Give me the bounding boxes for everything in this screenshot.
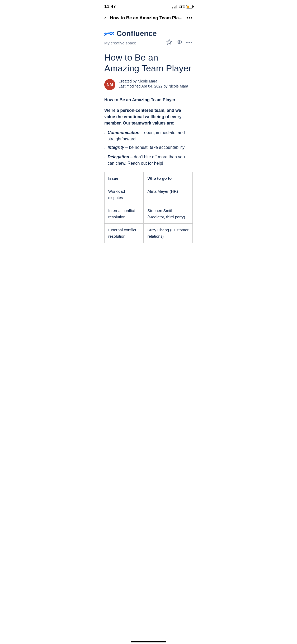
author-info: Created by Nicole Mara Last modified Apr… bbox=[119, 79, 188, 88]
more-options-icon[interactable]: ••• bbox=[186, 40, 193, 46]
space-row: My creative space ••• bbox=[104, 39, 193, 47]
issues-table: Issue Who to go to Workload disputes Alm… bbox=[104, 172, 193, 243]
table-header: Issue Who to go to bbox=[105, 172, 193, 185]
table-header-row: Issue Who to go to bbox=[105, 172, 193, 185]
list-item: · Delegation – don't bite off more than … bbox=[104, 154, 193, 167]
table-row: Workload disputes Alma Meyer (HR) bbox=[105, 185, 193, 204]
star-icon[interactable] bbox=[166, 39, 172, 47]
signal-icon bbox=[172, 5, 177, 8]
bullet-term: Communication bbox=[107, 130, 139, 135]
page-content: Confluence My creative space ••• bbox=[99, 25, 198, 254]
doc-intro: We're a person-centered team, and we val… bbox=[104, 107, 193, 126]
bullet-text: Integrity – be honest, take accountabili… bbox=[107, 144, 185, 151]
status-icons: LTE bbox=[172, 5, 193, 9]
bullet-dot: · bbox=[104, 130, 105, 137]
author-created: Created by Nicole Mara bbox=[119, 79, 188, 83]
who-cell: Stephen Smith (Mediator, third party) bbox=[144, 204, 193, 223]
battery-icon bbox=[186, 5, 193, 8]
author-modified: Last modified Apr 04, 2022 by Nicole Mar… bbox=[119, 84, 188, 88]
svg-point-3 bbox=[179, 42, 180, 43]
table-row: Internal conflict resolution Stephen Smi… bbox=[105, 204, 193, 223]
back-button[interactable]: ‹ bbox=[103, 14, 107, 22]
bullet-body: – be honest, take accountability bbox=[125, 145, 185, 150]
col-who-header: Who to go to bbox=[144, 172, 193, 185]
nav-bar: ‹ How to Be an Amazing Team Pla... ••• bbox=[99, 12, 198, 25]
list-item: · Integrity – be honest, take accountabi… bbox=[104, 144, 193, 152]
bullet-term: Integrity bbox=[107, 145, 124, 150]
watch-icon[interactable] bbox=[176, 39, 182, 47]
page-title: How to Be an Amazing Team Player bbox=[104, 52, 193, 74]
lte-label: LTE bbox=[178, 5, 185, 9]
issue-cell: Internal conflict resolution bbox=[105, 204, 144, 223]
bullet-text: Communication – open, immediate, and str… bbox=[107, 130, 193, 142]
confluence-logo-icon bbox=[104, 30, 114, 37]
list-item: · Communication – open, immediate, and s… bbox=[104, 130, 193, 142]
author-row: NM Created by Nicole Mara Last modified … bbox=[104, 79, 193, 90]
status-bar: 11:47 LTE bbox=[99, 0, 198, 12]
bullet-list: · Communication – open, immediate, and s… bbox=[104, 130, 193, 167]
more-button[interactable]: ••• bbox=[185, 14, 194, 22]
who-cell: Alma Meyer (HR) bbox=[144, 185, 193, 204]
doc-content: How to Be an Amazing Team Player We're a… bbox=[104, 96, 193, 243]
nav-title: How to Be an Amazing Team Pla... bbox=[109, 15, 183, 21]
svg-marker-0 bbox=[167, 39, 172, 44]
table-body: Workload disputes Alma Meyer (HR) Intern… bbox=[105, 185, 193, 243]
avatar: NM bbox=[104, 79, 115, 90]
bullet-term: Delegation bbox=[107, 155, 129, 159]
bullet-dot: · bbox=[104, 154, 105, 161]
bullet-dot: · bbox=[104, 145, 105, 152]
space-name: My creative space bbox=[104, 41, 136, 45]
issue-cell: Workload disputes bbox=[105, 185, 144, 204]
table-row: External conflict resolution Suzy Chang … bbox=[105, 223, 193, 243]
doc-heading: How to Be an Amazing Team Player bbox=[104, 96, 193, 103]
confluence-title: Confluence bbox=[116, 29, 157, 38]
bullet-text: Delegation – don't bite off more than yo… bbox=[107, 154, 193, 167]
space-actions: ••• bbox=[166, 39, 193, 47]
issue-cell: External conflict resolution bbox=[105, 223, 144, 243]
col-issue-header: Issue bbox=[105, 172, 144, 185]
status-time: 11:47 bbox=[104, 4, 116, 9]
confluence-header: Confluence bbox=[104, 29, 193, 38]
who-cell: Suzy Chang (Customer relations) bbox=[144, 223, 193, 243]
